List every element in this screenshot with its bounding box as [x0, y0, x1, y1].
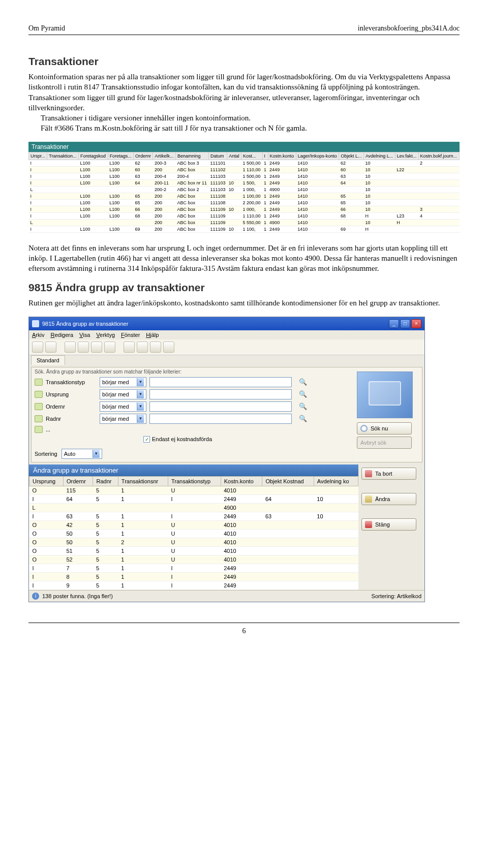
table-row[interactable]: L200ABC box1111095 550,0014900141010H [29, 219, 460, 226]
grid-col-header[interactable]: Transaktionsnr [118, 476, 168, 486]
table-row[interactable]: IL100L10065200ABC box1111082 200,0012449… [29, 199, 460, 206]
close-button[interactable]: × [411, 319, 421, 328]
col-header[interactable]: Foretags... [108, 152, 133, 160]
table-row[interactable]: IL100L10069200ABC box111109101 100,12449… [29, 226, 460, 232]
search-input[interactable] [149, 377, 292, 387]
lookup-icon[interactable]: 🔍 [299, 402, 307, 410]
toolbar-btn-10[interactable] [163, 342, 174, 353]
grid-col-header[interactable]: Ordernr [63, 476, 93, 486]
grid-row[interactable]: O5251U4010 [29, 555, 358, 564]
table-row[interactable]: IL100L10065200ABC box1111081 100,0012449… [29, 193, 460, 199]
maximize-button[interactable]: □ [400, 319, 410, 328]
cell: 200 [153, 206, 175, 212]
grid-row[interactable]: I951I2449 [29, 581, 358, 590]
lookup-icon[interactable]: 🔍 [299, 378, 307, 386]
toolbar-btn-3[interactable] [65, 342, 76, 353]
titlebar[interactable]: 9815 Ändra grupp av transaktioner _ □ × [29, 317, 424, 330]
cell: 63 [134, 173, 153, 179]
close-dialog-button[interactable]: Stäng [361, 518, 416, 531]
grid-row[interactable]: O5052U4010 [29, 538, 358, 546]
menu-item[interactable]: Arkiv [32, 332, 44, 338]
page-number: 6 [28, 623, 460, 635]
lookup-icon[interactable]: 🔍 [299, 390, 307, 398]
grid-cell: O [29, 546, 64, 555]
toolbar-btn-4[interactable] [78, 342, 89, 353]
grid-row[interactable]: I6451I24496410 [29, 494, 358, 503]
operator-combo[interactable]: börjar med▼ [100, 414, 146, 424]
operator-combo[interactable]: börjar med▼ [100, 389, 146, 399]
app-icon [32, 320, 39, 327]
operator-combo[interactable]: börjar med▼ [100, 401, 146, 412]
grid-row[interactable]: O5051U4010 [29, 529, 358, 538]
col-header[interactable]: Avdelning L... [363, 152, 395, 160]
menu-item[interactable]: Hjälp [146, 332, 159, 338]
col-header[interactable]: Ordernr [134, 152, 153, 160]
delete-button[interactable]: Ta bort [361, 468, 416, 480]
cancel-search-button[interactable]: Avbryt sök [357, 437, 412, 449]
col-header[interactable]: Antal [227, 152, 241, 160]
toolbar-btn-5[interactable] [91, 342, 102, 353]
grid-col-header[interactable]: Transaktionstyp [168, 476, 221, 486]
grid-col-header[interactable]: Objekt Kostnad [262, 476, 314, 486]
tab-standard[interactable]: Standard [31, 355, 65, 365]
edit-button[interactable]: Ändra [361, 493, 416, 505]
toolbar-btn-2[interactable] [45, 342, 56, 353]
cell: ABC box [175, 226, 208, 232]
grid-row[interactable]: O11551U4010 [29, 486, 358, 494]
grid-row[interactable]: O4251U4010 [29, 520, 358, 529]
toolbar-btn-1[interactable] [32, 342, 43, 353]
grid-row[interactable]: I851I2449 [29, 572, 358, 581]
minimize-button[interactable]: _ [389, 319, 399, 328]
toolbar-btn-6[interactable] [104, 342, 115, 353]
grid-row[interactable]: I751I2449 [29, 564, 358, 572]
table-row[interactable]: IL100L10062200-3ABC box 31111011 500,001… [29, 160, 460, 166]
grid-col-header[interactable]: Ursprung [29, 476, 64, 486]
search-input[interactable] [149, 414, 292, 424]
col-header[interactable]: Lager/Inkops-konto [296, 152, 339, 160]
col-header[interactable]: Artikelk... [153, 152, 175, 160]
grid-row[interactable]: O5151U4010 [29, 546, 358, 555]
col-header[interactable]: Transaktion... [47, 152, 79, 160]
col-header[interactable]: Datum [208, 152, 227, 160]
menu-item[interactable]: Verktyg [96, 332, 115, 338]
col-header[interactable]: Kost... [241, 152, 262, 160]
search-input[interactable] [149, 389, 292, 399]
col-header[interactable]: I [262, 152, 268, 160]
table-row[interactable]: IL100L10060200ABC box1111021 110,0012449… [29, 166, 460, 173]
sort-combo[interactable]: Auto▼ [62, 449, 102, 459]
table-row[interactable]: IL100L10068200ABC box1111091 110,0012449… [29, 212, 460, 219]
grid-cell: U [168, 486, 221, 494]
search-input[interactable] [149, 401, 292, 412]
col-header[interactable]: Kostn.konto [268, 152, 296, 160]
toolbar-btn-8[interactable] [137, 342, 148, 353]
table-row[interactable]: IL100L10066200ABC box111109101 000,12449… [29, 206, 460, 212]
grid-col-header[interactable]: Radnr [93, 476, 118, 486]
toolbar-btn-9[interactable] [150, 342, 161, 353]
grid-row[interactable]: I6351I24496310 [29, 512, 358, 520]
grid-row[interactable]: L4900 [29, 503, 358, 512]
col-header[interactable]: Benamning [175, 152, 208, 160]
cell: 2449 [268, 212, 296, 219]
table-row[interactable]: L200-2ABC box 2111103101 000,14900141010 [29, 186, 460, 193]
menu-item[interactable]: Visa [79, 332, 90, 338]
operator-combo[interactable]: börjar med▼ [100, 377, 146, 387]
grid-col-header[interactable]: Kostn.konto [221, 476, 262, 486]
grid-col-header[interactable]: Avdelning ko [314, 476, 358, 486]
col-header[interactable]: Objekt L... [339, 152, 363, 160]
search-now-button[interactable]: Sök nu [357, 422, 412, 435]
toolbar-btn-7[interactable] [124, 342, 135, 353]
col-header[interactable]: Urspr... [29, 152, 47, 160]
sort-value: Auto [64, 451, 76, 457]
results-grid[interactable]: UrsprungOrdernrRadnrTransaktionsnrTransa… [29, 476, 358, 590]
menubar[interactable]: ArkivRedigeraVisaVerktygFönsterHjälp [29, 330, 424, 339]
menu-item[interactable]: Fönster [121, 332, 140, 338]
grid-cell: 5 [93, 564, 118, 572]
checkbox-only-unbooked[interactable]: ✓ [143, 436, 150, 443]
col-header[interactable]: Kostn.bokf.journ... [418, 152, 459, 160]
menu-item[interactable]: Redigera [50, 332, 73, 338]
table-row[interactable]: IL100L10064200-11ABC box nr 11111103101 … [29, 179, 460, 186]
table-row[interactable]: IL100L10063200-4200-41111031 500,0012449… [29, 173, 460, 179]
lookup-icon[interactable]: 🔍 [299, 415, 307, 422]
col-header[interactable]: Lev.fakt... [395, 152, 418, 160]
col-header[interactable]: Foretagskod [79, 152, 108, 160]
